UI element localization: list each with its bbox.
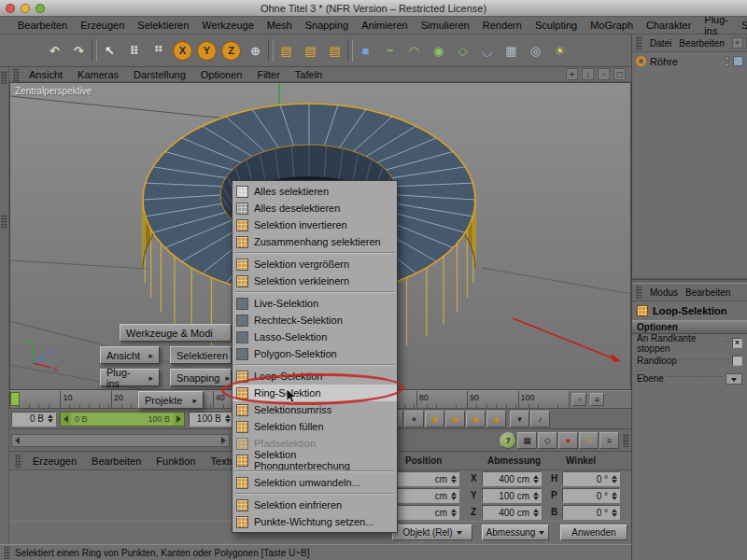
lock-z-axis-icon[interactable]: Z <box>221 41 241 61</box>
render-settings-icon[interactable]: ▤ <box>323 38 346 63</box>
menubar-item[interactable]: Werkzeuge <box>195 20 260 31</box>
coordinate-mode-button[interactable]: Objekt (Rel) <box>392 525 472 540</box>
palette-handle-icon[interactable] <box>1 215 7 228</box>
size-mode-button[interactable]: Abmessung <box>482 525 549 540</box>
timeline-menu-button[interactable]: ≡ <box>599 432 619 449</box>
size-z-field[interactable]: 400 cm <box>482 505 542 520</box>
range-right-cap-icon[interactable] <box>174 413 184 426</box>
context-menu-item[interactable]: Selektion einfrieren <box>233 497 397 513</box>
context-menu-item[interactable]: Rechteck-Selektion <box>233 312 397 329</box>
om-menu-datei[interactable]: Datei <box>650 38 671 49</box>
menubar-item[interactable]: Sculpting <box>529 20 584 31</box>
size-y-field[interactable]: 100 cm <box>482 488 542 503</box>
range-left-cap-icon[interactable] <box>61 413 71 426</box>
context-menu-item[interactable]: Selektion füllen <box>233 418 397 435</box>
viewport-menu-handle-icon[interactable] <box>13 68 20 81</box>
quantize-settings-icon[interactable]: ⠛ <box>147 38 170 63</box>
menubar-item[interactable]: Bearbeiten <box>11 20 74 31</box>
angle-p-field[interactable]: 0 ° <box>562 488 620 503</box>
record-rotation-button[interactable]: ◆ <box>466 411 486 427</box>
autokey-frame-button[interactable]: ● <box>579 432 599 449</box>
material-menu-item[interactable]: Funktion <box>156 455 195 467</box>
marking-menu-plugins-button[interactable]: Plug-ins▸ <box>100 369 160 386</box>
context-menu-item[interactable]: Polygon-Selektion <box>233 345 397 362</box>
context-menu-item[interactable]: Live-Selektion <box>233 295 397 312</box>
stepper-icon[interactable] <box>533 475 539 483</box>
help-button[interactable]: ? <box>500 432 516 449</box>
object-row[interactable]: Röhre <box>632 52 747 70</box>
context-menu-item[interactable]: Punkte-Wichtung setzen... <box>233 513 397 530</box>
live-selection-tool-icon[interactable]: ↖ <box>98 38 121 63</box>
attribute-manager-handle-icon[interactable] <box>636 286 642 299</box>
viewport-pan-icon[interactable]: + <box>566 68 578 80</box>
timeline-playhead[interactable] <box>10 392 20 406</box>
viewport-menu-item[interactable]: Kameras <box>70 69 126 80</box>
render-picture-viewer-icon[interactable]: ▤ <box>299 38 322 63</box>
menubar-item[interactable]: Snapping <box>299 20 356 31</box>
stepper-icon[interactable] <box>451 509 457 517</box>
stepper-icon[interactable] <box>612 509 617 517</box>
context-menu-item[interactable]: Alles selektieren <box>233 183 397 200</box>
context-menu-item[interactable]: Ring-Selektion <box>233 385 397 401</box>
spline-primitives-icon[interactable]: ◠ <box>402 38 426 63</box>
menubar-item[interactable]: Selektieren <box>131 20 195 31</box>
angle-b-field[interactable]: 0 ° <box>562 505 620 520</box>
timeline-scrollbar[interactable] <box>11 434 230 447</box>
stepper-icon[interactable] <box>451 475 457 483</box>
stepper-icon[interactable] <box>612 492 617 500</box>
position-x-field[interactable]: cm <box>392 471 459 486</box>
modeling-icon[interactable]: ◇ <box>451 38 474 63</box>
menubar-item[interactable]: Rendern <box>476 20 529 31</box>
toolbar-separator[interactable] <box>92 39 97 62</box>
om-menu-bearbeiten[interactable]: Bearbeiten <box>679 38 724 49</box>
viewport-maximize-icon[interactable]: □ <box>613 68 626 80</box>
scroll-left-icon[interactable] <box>15 437 20 444</box>
material-panel-handle-icon[interactable] <box>15 455 21 468</box>
context-menu-item[interactable]: Lasso-Selektion <box>233 329 397 345</box>
redo-icon[interactable]: ↷ <box>67 38 91 63</box>
context-menu-item[interactable]: Selektion invertieren <box>233 217 397 233</box>
marking-menu-selektieren-button[interactable]: Selektieren▸ <box>170 346 232 364</box>
viewport-menu-item[interactable]: Optionen <box>193 69 250 80</box>
am-menu-bearbeiten[interactable]: Bearbeiten <box>685 287 730 298</box>
marking-menu-ansicht-button[interactable]: Ansicht▸ <box>100 346 160 364</box>
play-options-button[interactable]: ▾ <box>510 411 529 427</box>
viewport-popup-icon[interactable]: ↓ <box>582 68 594 80</box>
sound-toggle-button[interactable]: ♪ <box>530 411 550 427</box>
viewport-menu-item[interactable]: Darstellung <box>126 69 193 80</box>
environment-icon[interactable]: ▦ <box>500 38 523 63</box>
viewport-menu-item[interactable]: Filter <box>249 69 287 80</box>
primitive-cube-icon[interactable]: ■ <box>354 38 377 63</box>
context-menu-item[interactable]: Alles deselektieren <box>233 200 397 217</box>
viewport-float-icon[interactable]: ▫ <box>598 68 610 80</box>
record-parameter-button[interactable]: ◆ <box>486 411 506 427</box>
randloop-checkbox[interactable] <box>732 356 742 366</box>
light-icon[interactable]: ☀ <box>548 38 571 63</box>
menubar-item[interactable]: MoGraph <box>584 20 640 31</box>
stepper-icon[interactable] <box>48 414 53 423</box>
context-menu-item[interactable]: Selektion vergrößern <box>233 256 397 273</box>
viewport-menu-item[interactable]: Tafeln <box>288 69 330 80</box>
spline-pen-icon[interactable]: ~ <box>378 38 402 63</box>
marking-menu-snapping-button[interactable]: Snapping▸ <box>170 369 232 386</box>
current-frame-field[interactable]: 0 B <box>11 412 56 427</box>
render-visibility-dot-icon[interactable] <box>725 63 729 67</box>
marking-menu-root-button[interactable]: Werkzeuge & Modi <box>120 324 232 342</box>
toolbar-separator[interactable] <box>268 39 274 62</box>
context-menu-item[interactable]: Loop-Selektion <box>233 368 397 385</box>
marking-menu-projekte-button[interactable]: Projekte▸ <box>138 391 204 409</box>
coordinate-system-icon[interactable]: ⊕ <box>244 38 267 63</box>
generators-icon[interactable]: ◉ <box>427 38 450 63</box>
snap-settings-icon[interactable]: ⠿ <box>122 38 146 63</box>
lock-x-axis-icon[interactable]: X <box>173 41 192 61</box>
context-menu-item[interactable]: Selektion Phongunterbrechung <box>233 452 397 469</box>
scroll-right-icon[interactable] <box>221 437 226 444</box>
material-menu-item[interactable]: Bearbeiten <box>92 455 141 467</box>
menubar-item[interactable]: Erzeugen <box>74 20 131 31</box>
phong-tag-icon[interactable] <box>733 56 743 66</box>
menubar-item[interactable]: Mesh <box>261 20 299 31</box>
menubar-item[interactable]: Skript <box>735 20 747 31</box>
keyframe-selection-button[interactable]: ◇ <box>538 432 557 449</box>
palette-pin-icon[interactable]: + <box>732 37 743 49</box>
stepper-icon[interactable] <box>612 475 617 483</box>
